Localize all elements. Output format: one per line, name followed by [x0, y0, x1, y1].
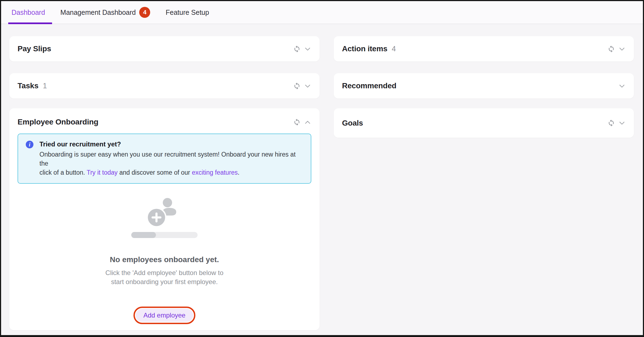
right-column: Action items 4 Recommended Goals [334, 36, 634, 138]
employee-onboarding-card: Employee Onboarding i Tried our recruitm… [9, 108, 320, 330]
tasks-controls [293, 82, 311, 90]
tab-dashboard-label: Dashboard [12, 9, 45, 16]
target-highlight-ring: Add employee [133, 307, 195, 324]
employee-onboarding-title: Employee Onboarding [18, 117, 98, 128]
tasks-title: Tasks [18, 81, 38, 90]
recruitment-info-banner: i Tried our recruitment yet? Onboarding … [18, 134, 311, 184]
pay-slips-card: Pay Slips [9, 36, 320, 61]
goals-controls [608, 119, 626, 127]
banner-body-line2-end: . [238, 169, 240, 176]
banner-body-line2-mid: and discover some of our [118, 169, 192, 176]
pay-slips-controls [293, 45, 311, 53]
info-icon: i [26, 141, 33, 148]
recommended-card: Recommended [334, 73, 634, 98]
chevron-down-icon[interactable] [304, 82, 311, 90]
refresh-icon[interactable] [608, 119, 615, 127]
exciting-features-link[interactable]: exciting features [192, 169, 238, 176]
chevron-down-icon[interactable] [618, 119, 626, 127]
goals-title: Goals [342, 119, 363, 128]
banner-title: Tried our recruitment yet? [39, 140, 303, 148]
left-column: Pay Slips Tasks 1 Employee Onboarding [9, 36, 320, 330]
banner-body: Onboarding is super easy when you use ou… [39, 150, 303, 177]
recruitment-banner-text: Tried our recruitment yet? Onboarding is… [39, 140, 303, 177]
add-employee-button[interactable]: Add employee [136, 309, 193, 322]
recommended-title: Recommended [342, 81, 397, 90]
refresh-icon[interactable] [608, 45, 615, 53]
chevron-down-icon[interactable] [618, 82, 626, 90]
top-tab-bar: Dashboard Management Dashboard 4 Feature… [1, 1, 643, 24]
action-items-count: 4 [392, 45, 396, 53]
pay-slips-title: Pay Slips [18, 44, 51, 53]
tab-management-dashboard[interactable]: Management Dashboard 4 [60, 1, 150, 24]
person-head-icon [163, 198, 172, 207]
tab-management-dashboard-label: Management Dashboard [60, 9, 136, 16]
chevron-up-icon[interactable] [304, 118, 311, 126]
dashboard-screen: Dashboard Management Dashboard 4 Feature… [0, 0, 644, 337]
action-items-card: Action items 4 [334, 36, 634, 61]
empty-state-line1: Click the 'Add employee' button below to [106, 269, 224, 276]
add-employee-illustration [131, 198, 198, 239]
dashboard-content: Pay Slips Tasks 1 Employee Onboarding [1, 24, 643, 330]
empty-state-subtext: Click the 'Add employee' button below to… [9, 268, 320, 286]
try-it-today-link[interactable]: Try it today [87, 169, 118, 176]
tab-feature-setup-label: Feature Setup [166, 9, 209, 16]
banner-body-line2-start: click of a button. [39, 169, 87, 176]
empty-state-line2: start onboarding your first employee. [111, 278, 218, 285]
tasks-card: Tasks 1 [9, 73, 320, 98]
empty-state-heading: No employees onboarded yet. [9, 255, 320, 264]
refresh-icon[interactable] [293, 118, 301, 126]
chevron-down-icon[interactable] [618, 45, 626, 53]
action-items-controls [608, 45, 626, 53]
employee-onboarding-header: Employee Onboarding [9, 108, 320, 128]
tab-dashboard[interactable]: Dashboard [12, 1, 45, 24]
refresh-icon[interactable] [293, 45, 301, 53]
employee-onboarding-controls [293, 118, 311, 126]
goals-card: Goals [334, 108, 634, 138]
chevron-down-icon[interactable] [304, 45, 311, 53]
add-employee-button-row: Add employee [9, 307, 320, 324]
action-items-title: Action items [342, 44, 387, 53]
tasks-count: 1 [43, 82, 47, 90]
tab-feature-setup[interactable]: Feature Setup [166, 1, 209, 24]
banner-body-line1: Onboarding is super easy when you use ou… [39, 151, 296, 167]
management-dashboard-count-badge: 4 [139, 7, 150, 18]
refresh-icon[interactable] [293, 82, 301, 90]
recommended-controls [618, 82, 626, 90]
